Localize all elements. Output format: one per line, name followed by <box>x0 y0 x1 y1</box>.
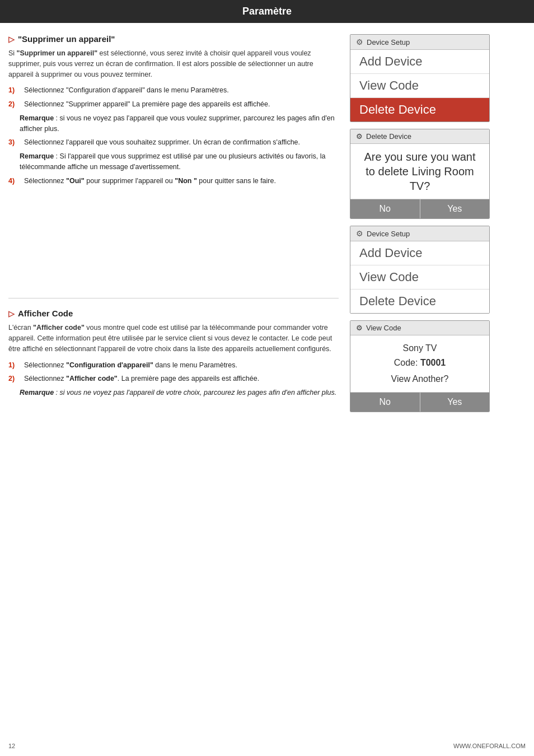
step-num: 1) <box>8 85 20 96</box>
step-num: 1) <box>8 360 20 371</box>
arrow-icon-1: ▷ <box>8 35 15 44</box>
website: WWW.ONEFORALL.COM <box>453 743 526 749</box>
step-num: 2) <box>8 374 20 384</box>
view-code-label-1: View Code <box>359 78 419 92</box>
gear-icon-2: ⚙ <box>356 132 363 141</box>
step-text: Sélectionnez l'appareil que vous souhait… <box>24 137 339 148</box>
delete-device-label-1: Delete Device <box>359 102 436 116</box>
remark-item: Remarque : si vous ne voyez pas l'appare… <box>8 113 339 134</box>
viewcode-view-another: View Another? <box>358 372 481 386</box>
section1-intro: Si "Supprimer un appareil" est sélection… <box>8 48 339 80</box>
remark-text: Remarque : si vous ne voyez pas l'appare… <box>20 113 339 134</box>
step-item: 1) Sélectionnez "Configuration d'apparei… <box>8 360 339 371</box>
menu-view-code-1[interactable]: View Code <box>350 74 489 98</box>
delete-confirm-header: ⚙ Delete Device <box>350 129 489 144</box>
device-setup-panel-2: ⚙ Device Setup Add Device View Code Dele… <box>350 226 490 314</box>
remark-item: Remarque : si vous ne voyez pas l'appare… <box>8 388 339 398</box>
section-divider <box>8 298 339 298</box>
page-header: Paramètre <box>0 0 534 23</box>
step-text: Sélectionnez "Configuration d'appareil" … <box>24 360 339 371</box>
viewcode-device-name: Sony TV <box>358 341 481 356</box>
step-text: Sélectionnez "Afficher code". La premièr… <box>24 374 339 384</box>
device-setup-panel-1: ⚙ Device Setup Add Device View Code Dele… <box>350 34 490 122</box>
step-text: Sélectionnez "Configuration d'appareil" … <box>24 85 339 96</box>
step-text: Sélectionnez "Oui" pour supprimer l'appa… <box>24 176 339 186</box>
remark-label: Remarque <box>20 114 54 122</box>
remark-label: Remarque <box>20 389 54 396</box>
step-item: 2) Sélectionnez "Afficher code". La prem… <box>8 374 339 384</box>
panel1-header-label: Device Setup <box>367 38 410 46</box>
viewcode-code-label: Code: <box>394 358 420 367</box>
step-item: 2) Sélectionnez "Supprimer appareil" La … <box>8 99 339 110</box>
menu-add-device-1[interactable]: Add Device <box>350 50 489 74</box>
section2-title-text: Afficher Code <box>18 309 73 318</box>
page-number: 12 <box>8 743 15 749</box>
section1-steps: 1) Sélectionnez "Configuration d'apparei… <box>8 85 339 186</box>
section2-heading: ▷ Afficher Code <box>8 309 339 318</box>
gear-icon-1: ⚙ <box>356 38 363 46</box>
confirm-no-button[interactable]: No <box>350 199 420 218</box>
section1-heading: ▷ "Supprimer un appareil" <box>8 34 339 44</box>
device-panel-header-1: ⚙ Device Setup <box>350 35 489 50</box>
remark-item: Remarque : Si l'appareil que vous suppri… <box>8 151 339 172</box>
menu-delete-device-1[interactable]: Delete Device <box>350 98 489 122</box>
section2-title: Afficher Code <box>18 309 73 318</box>
viewcode-body: Sony TV Code: T0001 View Another? <box>350 335 489 392</box>
remark-text: Remarque : si vous ne voyez pas l'appare… <box>20 388 339 398</box>
step-num: 2) <box>8 99 20 110</box>
step-text: Sélectionnez "Supprimer appareil" La pre… <box>24 99 339 110</box>
remark-label: Remarque <box>20 152 54 160</box>
left-content: ▷ "Supprimer un appareil" Si "Supprimer … <box>8 34 339 412</box>
delete-confirm-panel: ⚙ Delete Device Are you sure you want to… <box>350 129 490 219</box>
menu-view-code-2[interactable]: View Code <box>350 265 489 290</box>
step-item: 1) Sélectionnez "Configuration d'apparei… <box>8 85 339 96</box>
page-body: ▷ "Supprimer un appareil" Si "Supprimer … <box>0 23 534 423</box>
right-panel: ⚙ Device Setup Add Device View Code Dele… <box>350 34 490 412</box>
step-item: 4) Sélectionnez "Oui" pour supprimer l'a… <box>8 176 339 186</box>
step-num: 3) <box>8 137 20 148</box>
add-device-label-1: Add Device <box>359 54 423 68</box>
section2-steps: 1) Sélectionnez "Configuration d'apparei… <box>8 360 339 398</box>
step-item: 3) Sélectionnez l'appareil que vous souh… <box>8 137 339 148</box>
confirm-buttons: No Yes <box>350 199 489 218</box>
viewcode-code-line: Code: T0001 <box>358 356 481 370</box>
viewcode-header: ⚙ View Code <box>350 321 489 335</box>
step-num: 4) <box>8 176 20 186</box>
device-panel-header-2: ⚙ Device Setup <box>350 226 489 241</box>
menu-add-device-2[interactable]: Add Device <box>350 241 489 265</box>
delete-device-label-2: Delete Device <box>359 294 436 308</box>
panel4-header-label: View Code <box>366 324 401 332</box>
menu-delete-device-2[interactable]: Delete Device <box>350 290 489 313</box>
view-code-label-2: View Code <box>359 270 419 284</box>
add-device-label-2: Add Device <box>359 246 423 260</box>
viewcode-panel: ⚙ View Code Sony TV Code: T0001 View Ano… <box>350 320 490 412</box>
arrow-icon-2: ▷ <box>8 309 15 318</box>
confirm-body-text: Are you sure you want to delete Living R… <box>350 144 489 199</box>
panel2-header-label: Delete Device <box>366 132 411 141</box>
panel3-header-label: Device Setup <box>367 230 410 238</box>
page-title: Paramètre <box>242 6 292 17</box>
viewcode-buttons: No Yes <box>350 392 489 412</box>
viewcode-no-button[interactable]: No <box>350 393 420 412</box>
confirm-yes-button[interactable]: Yes <box>420 199 490 218</box>
section1-title-text: "Supprimer un appareil" <box>18 34 115 44</box>
viewcode-yes-button[interactable]: Yes <box>420 393 490 412</box>
section1-title: "Supprimer un appareil" <box>18 34 115 44</box>
remark-text: Remarque : Si l'appareil que vous suppri… <box>20 151 339 172</box>
gear-icon-3: ⚙ <box>356 229 363 238</box>
page-footer: 12 WWW.ONEFORALL.COM <box>8 743 526 749</box>
gear-icon-4: ⚙ <box>356 324 363 332</box>
viewcode-code-value: T0001 <box>420 358 446 367</box>
section2-intro: L'écran "Afficher code" vous montre quel… <box>8 323 339 354</box>
